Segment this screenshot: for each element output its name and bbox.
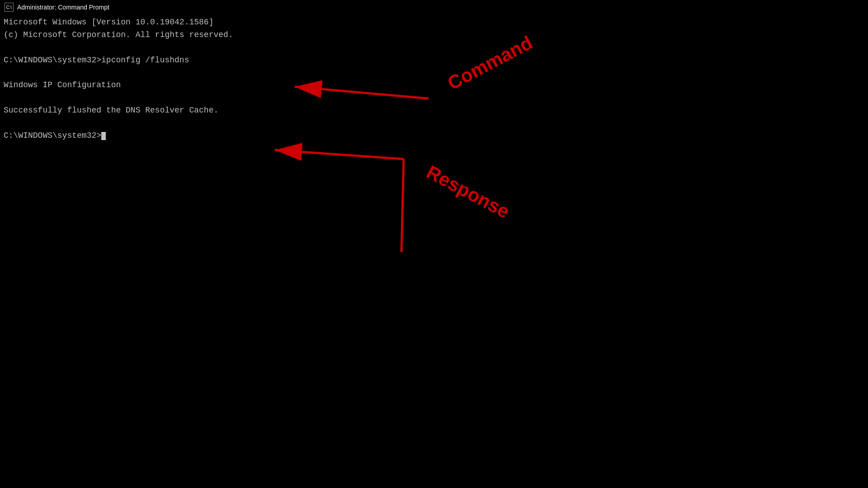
- terminal-body[interactable]: Microsoft Windows [Version 10.0.19042.15…: [0, 14, 868, 144]
- terminal-line-4: Windows IP Configuration: [4, 79, 864, 92]
- terminal-line-2: (c) Microsoft Corporation. All rights re…: [4, 29, 864, 42]
- terminal-line-3: C:\WINDOWS\system32>ipconfig /flushdns: [4, 54, 864, 67]
- resp-arrow-body: [401, 159, 404, 252]
- cmd-icon: C:\: [5, 3, 14, 12]
- title-bar: C:\ Administrator: Command Prompt: [0, 0, 868, 14]
- resp-annotation-text: Response: [423, 161, 513, 222]
- cursor: [101, 132, 106, 140]
- terminal-blank-1: [4, 42, 864, 54]
- resp-arrow-horiz: [275, 150, 404, 159]
- terminal-blank-3: [4, 92, 864, 104]
- terminal-line-1: Microsoft Windows [Version 10.0.19042.15…: [4, 16, 864, 29]
- terminal-blank-2: [4, 67, 864, 80]
- terminal-blank-4: [4, 117, 864, 130]
- terminal-line-6: C:\WINDOWS\system32>: [4, 130, 864, 142]
- terminal-line-5: Successfully flushed the DNS Resolver Ca…: [4, 104, 864, 117]
- title-text: Administrator: Command Prompt: [17, 4, 109, 11]
